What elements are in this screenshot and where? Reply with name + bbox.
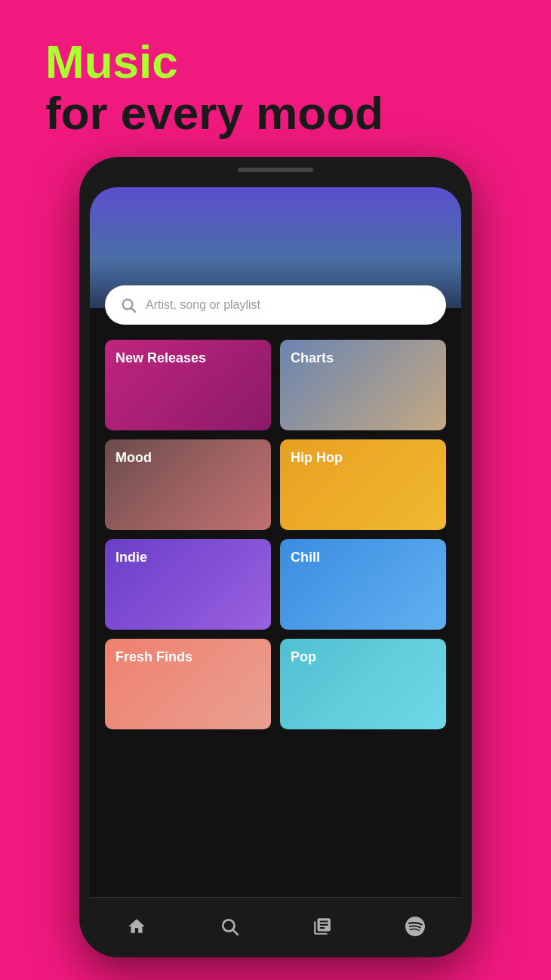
card-fresh-finds[interactable]: Fresh Finds (105, 639, 271, 729)
phone-mockup: Artist, song or playlist New Releases Ch… (79, 157, 472, 957)
search-nav-icon (220, 917, 239, 939)
browse-grid: New Releases Charts Mood Hip Hop Indie C… (90, 325, 461, 744)
bottom-navigation (90, 897, 461, 957)
header-subtitle-label: for every mood (45, 88, 551, 139)
nav-home[interactable] (115, 911, 159, 945)
card-mood[interactable]: Mood (105, 439, 271, 530)
card-new-releases[interactable]: New Releases (105, 340, 271, 430)
library-icon (312, 917, 332, 939)
search-icon (120, 297, 137, 313)
card-hip-hop[interactable]: Hip Hop (280, 439, 446, 530)
phone-notch (238, 168, 313, 172)
nav-search[interactable] (208, 911, 251, 945)
header-section: Music for every mood (0, 0, 551, 157)
card-indie-label: Indie (115, 550, 147, 566)
search-placeholder-text: Artist, song or playlist (146, 298, 260, 312)
header-music-label: Music (45, 36, 551, 88)
card-pop-label: Pop (291, 649, 316, 666)
phone-screen: Artist, song or playlist New Releases Ch… (90, 187, 461, 897)
card-new-releases-label: New Releases (115, 350, 206, 367)
nav-spotify[interactable] (393, 911, 437, 945)
card-pop[interactable]: Pop (280, 639, 446, 729)
home-icon (127, 917, 146, 939)
card-chill[interactable]: Chill (280, 539, 446, 630)
card-fresh-finds-label: Fresh Finds (115, 649, 192, 666)
card-mood-label: Mood (115, 450, 152, 467)
card-charts[interactable]: Charts (280, 340, 446, 430)
spotify-icon (405, 917, 425, 939)
card-hip-hop-label: Hip Hop (291, 450, 343, 467)
search-bar-wrapper: Artist, song or playlist (90, 285, 461, 325)
nav-library[interactable] (300, 911, 344, 945)
svg-line-3 (232, 930, 237, 935)
search-bar[interactable]: Artist, song or playlist (105, 285, 446, 325)
card-indie[interactable]: Indie (105, 539, 271, 630)
card-chill-label: Chill (291, 550, 320, 566)
card-charts-label: Charts (291, 350, 334, 367)
svg-line-1 (131, 309, 135, 313)
